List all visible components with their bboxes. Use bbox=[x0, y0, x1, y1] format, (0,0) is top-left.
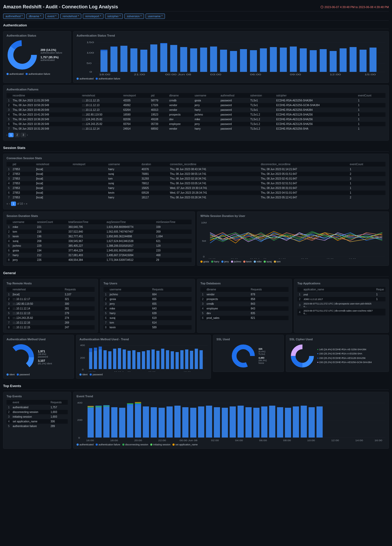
svg-rect-18 bbox=[120, 46, 128, 72]
filter-remoteport[interactable]: remoteport * bbox=[83, 14, 103, 19]
list-item: 1[local]3,107 bbox=[7, 292, 95, 297]
svg-rect-91 bbox=[152, 349, 155, 369]
table-row: 2tom216337,522,8401,562,605.740740740735… bbox=[7, 229, 192, 234]
table-row: 7Thu, 08 Jun 2023 10:31:26:549::::.10.11… bbox=[7, 127, 385, 131]
svg-rect-100 bbox=[195, 349, 198, 369]
list-item: 1psql1 bbox=[297, 292, 385, 297]
prev-arrow2[interactable]: ‹ bbox=[9, 202, 10, 205]
ssl-used-donut bbox=[230, 343, 256, 369]
svg-text:100: 100 bbox=[87, 51, 94, 54]
svg-rect-20 bbox=[140, 50, 147, 72]
session-section-label: Session Stats bbox=[3, 143, 389, 152]
svg-rect-126 bbox=[111, 407, 118, 438]
auth-method-card: Authentication Method Used 1,971 (38.8%)… bbox=[3, 335, 74, 379]
clock-icon bbox=[320, 5, 324, 9]
list-item: 1authenticated1,757 bbox=[7, 405, 68, 410]
filter-username[interactable]: username * bbox=[146, 14, 165, 19]
list-item: 8kevin589 bbox=[103, 325, 192, 330]
legend-item: gosia bbox=[200, 260, 209, 263]
table-row: 4Thu, 08 Jun 2023 10:41:26:549::::.182.8… bbox=[7, 112, 385, 117]
svg-rect-25 bbox=[180, 47, 187, 72]
svg-text:16:00: 16:00 bbox=[209, 258, 216, 259]
last-arrow2[interactable]: » bbox=[26, 202, 27, 205]
filter-sslversion[interactable]: sslversion * bbox=[124, 14, 144, 19]
table-row: 7harry212317,081,4031,495,667.3726415094… bbox=[7, 253, 192, 258]
table-row: 4suraj208338,545,9671,627,624.8413461538… bbox=[7, 239, 192, 244]
session-duration-card: Session Duration Stats username sessionC… bbox=[3, 211, 195, 266]
trend-legend-failure: authentication failure bbox=[96, 77, 120, 80]
svg-rect-29 bbox=[220, 50, 227, 72]
filter-dbname[interactable]: dbname * bbox=[26, 14, 43, 19]
svg-text:00:00 Jun 08: 00:00 Jun 08 bbox=[114, 371, 131, 372]
general-section-label: General bbox=[3, 268, 389, 277]
next-arrow[interactable]: › bbox=[27, 134, 28, 136]
legend-item: harry bbox=[211, 260, 220, 263]
page-2[interactable]: 2 bbox=[15, 133, 20, 137]
svg-text:12:00: 12:00 bbox=[330, 73, 341, 76]
svg-rect-124 bbox=[103, 406, 109, 438]
top-databases-card: Top Databases dbname Requests 1vendor878… bbox=[197, 279, 292, 333]
top-remote-hosts-table: remotehost Requests 1[local]3,1072::::.1… bbox=[7, 287, 95, 330]
prev-arrow[interactable]: ‹ bbox=[7, 134, 7, 136]
table-row: 6Thu, 08 Jun 2023 10:36:26:549::::.124.2… bbox=[7, 122, 385, 127]
top-events-table: event Requests 1authenticated1,7572disco… bbox=[7, 400, 68, 429]
svg-rect-153 bbox=[309, 407, 315, 438]
event-trend-title: Event Trend bbox=[77, 395, 385, 398]
col-sslversion: sslversion bbox=[249, 93, 275, 98]
ssl-cipher-card: SSL Cipher Used ● 145 (24.4%) ECDHE-RSA-… bbox=[286, 335, 389, 372]
svg-rect-81 bbox=[103, 350, 107, 369]
svg-rect-141 bbox=[214, 407, 220, 438]
svg-rect-79 bbox=[99, 349, 102, 369]
top-applications-card: Top Applications application_name Reque … bbox=[294, 279, 389, 333]
legend-item: mike bbox=[254, 260, 262, 263]
svg-rect-16 bbox=[111, 47, 118, 72]
svg-rect-80 bbox=[99, 347, 102, 349]
svg-line-2 bbox=[322, 7, 322, 7]
auth-method-trend-chart: 400 200 0 bbox=[79, 343, 207, 372]
page-1[interactable]: 1 bbox=[8, 133, 14, 137]
legend-item: kevin bbox=[243, 260, 252, 263]
svg-rect-152 bbox=[301, 406, 307, 438]
svg-rect-147 bbox=[261, 406, 268, 438]
filter-remotehost[interactable]: remotehost * bbox=[60, 14, 81, 19]
svg-rect-39 bbox=[320, 49, 327, 72]
svg-rect-128 bbox=[127, 406, 133, 438]
svg-rect-85 bbox=[123, 349, 126, 369]
col-authmethod: authmethod bbox=[219, 93, 249, 98]
filter-event[interactable]: event * bbox=[45, 14, 59, 19]
next-arrow2[interactable]: › bbox=[24, 202, 25, 205]
auth-failures-table: recordtime remotehost remoteport pid dbn… bbox=[7, 93, 385, 131]
svg-text:06:00: 06:00 bbox=[148, 371, 156, 372]
cs-page-1[interactable]: 1 bbox=[11, 202, 16, 206]
svg-text:04:00: 04:00 bbox=[279, 258, 286, 259]
svg-rect-89 bbox=[142, 351, 145, 369]
legend-item: authentication failure bbox=[96, 443, 120, 446]
auth-failures-pagination: ‹ 1 2 3 › bbox=[7, 131, 385, 138]
svg-rect-82 bbox=[108, 351, 111, 369]
svg-rect-27 bbox=[200, 48, 207, 72]
legend-item: suraj bbox=[264, 260, 272, 263]
svg-text:06:00: 06:00 bbox=[250, 73, 261, 76]
svg-rect-98 bbox=[185, 349, 188, 369]
svg-text:08:00: 08:00 bbox=[301, 258, 308, 259]
first-arrow[interactable]: « bbox=[7, 202, 8, 205]
svg-rect-129 bbox=[127, 404, 133, 406]
col-eventcount: eventCount bbox=[356, 93, 385, 98]
auth-status-card: Authentication Status 289 (14.1%) authen… bbox=[3, 31, 71, 83]
table-row: 1mike221360,640,7951,631,858.80099497743… bbox=[7, 225, 192, 229]
svg-text:08:00: 08:00 bbox=[283, 439, 291, 441]
authentication-section-label: Authentication bbox=[3, 21, 389, 29]
session-duration-title: Session Duration Stats bbox=[7, 214, 192, 217]
table-row: 8jerry226408,554,3841,772,364.5309734512… bbox=[7, 258, 192, 262]
svg-point-5 bbox=[14, 47, 30, 63]
svg-text:18:00: 18:00 bbox=[88, 371, 96, 372]
list-item: 1vendor878 bbox=[200, 292, 289, 297]
list-item: 3crmdb843 bbox=[200, 302, 289, 306]
svg-rect-97 bbox=[180, 350, 183, 369]
filter-sslcipher[interactable]: sslcipher * bbox=[105, 14, 123, 19]
page-3[interactable]: 3 bbox=[21, 133, 26, 137]
svg-rect-99 bbox=[190, 351, 193, 369]
filter-authmethod[interactable]: authmethod * bbox=[3, 14, 25, 19]
svg-rect-120 bbox=[88, 408, 94, 438]
svg-rect-24 bbox=[170, 45, 177, 72]
